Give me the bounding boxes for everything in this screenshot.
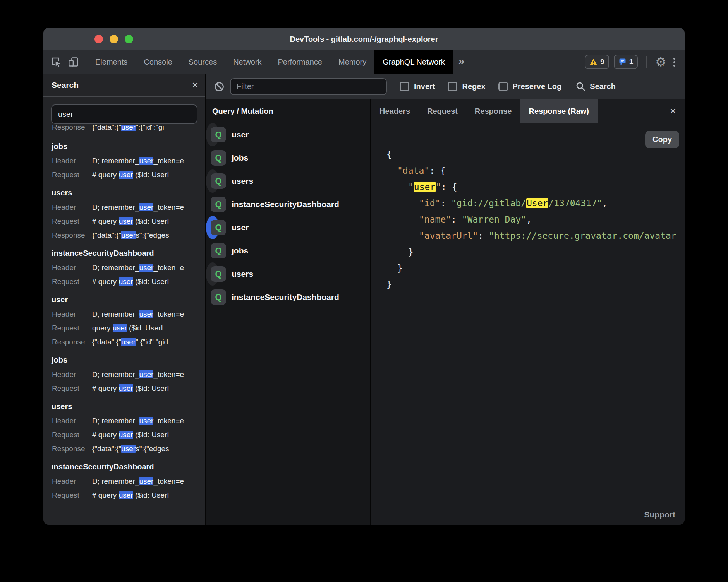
inspect-element-icon[interactable] bbox=[50, 56, 62, 68]
warnings-badge[interactable]: 9 bbox=[585, 55, 609, 69]
search-result-row-request[interactable]: Request# query user ($id: UserI bbox=[43, 214, 205, 228]
search-result-row-response[interactable]: Response{"data":{"user":{"id":"gi bbox=[43, 125, 205, 134]
json-viewer: {"data": {"user": {"id": "gid://gitlab/U… bbox=[371, 146, 685, 293]
tab-elements[interactable]: Elements bbox=[87, 50, 136, 74]
row-label: Response bbox=[52, 335, 92, 349]
search-panel-header: Search × bbox=[43, 74, 205, 97]
row-label: Header bbox=[52, 474, 92, 488]
search-result-row-request[interactable]: Request# query user ($id: UserI bbox=[43, 382, 205, 395]
filter-input[interactable] bbox=[230, 78, 387, 95]
json-token: { bbox=[452, 182, 457, 192]
search-result-section-instancesecuritydashboard[interactable]: instanceSecurityDashboardHeaderD; rememb… bbox=[43, 456, 205, 502]
kebab-menu-icon[interactable] bbox=[671, 58, 678, 67]
search-result-row-response[interactable]: Response{"data":{"user":{"id":"gid bbox=[43, 335, 205, 349]
close-window-button[interactable] bbox=[94, 35, 103, 43]
messages-badge[interactable]: 1 bbox=[614, 55, 638, 69]
search-result-row-header[interactable]: HeaderD; remember_user_token=e bbox=[43, 474, 205, 488]
query-item-jobs[interactable]: Qjobs bbox=[206, 146, 370, 169]
search-result-row-request[interactable]: Request# query user ($id: UserI bbox=[43, 168, 205, 182]
regex-checkbox[interactable] bbox=[448, 82, 457, 91]
query-item-user[interactable]: Quser bbox=[206, 123, 219, 146]
clear-log-icon[interactable] bbox=[214, 81, 225, 92]
query-item-instancesecuritydashboard[interactable]: QinstanceSecurityDashboard bbox=[206, 193, 370, 216]
response-tab-response[interactable]: Response bbox=[466, 99, 520, 123]
response-tabs: HeadersRequestResponseResponse (Raw) bbox=[371, 99, 598, 123]
zoom-window-button[interactable] bbox=[125, 35, 133, 43]
preserve-log-checkbox[interactable] bbox=[498, 82, 508, 91]
response-tab-request[interactable]: Request bbox=[419, 99, 466, 123]
json-token: "data" bbox=[397, 166, 429, 176]
minimize-window-button[interactable] bbox=[110, 35, 118, 43]
row-label: Request bbox=[52, 214, 92, 228]
tab-sources[interactable]: Sources bbox=[180, 50, 225, 74]
search-result-row-header[interactable]: HeaderD; remember_user_token=e bbox=[43, 261, 205, 275]
response-tab-response-raw[interactable]: Response (Raw) bbox=[520, 99, 598, 123]
json-token: } bbox=[408, 247, 414, 257]
query-item-label: user bbox=[232, 130, 249, 139]
search-result-section-users[interactable]: usersHeaderD; remember_user_token=eReque… bbox=[43, 395, 205, 456]
checkbox-group-regex[interactable]: Regex bbox=[448, 82, 485, 91]
json-token: } bbox=[397, 263, 403, 273]
clipped-search-result-row[interactable]: Response{"data":{"user":{"id":"gi bbox=[43, 125, 205, 135]
checkbox-label: Preserve Log bbox=[513, 82, 562, 91]
search-result-row-request[interactable]: Requestquery user ($id: UserI bbox=[43, 321, 205, 335]
search-result-section-jobs[interactable]: jobsHeaderD; remember_user_token=eReques… bbox=[43, 349, 205, 395]
search-result-row-response[interactable]: Response{"data":{"users":{"edges bbox=[43, 228, 205, 242]
json-line: } bbox=[371, 276, 685, 293]
search-match-highlight: user bbox=[113, 324, 127, 332]
checkbox-group-invert[interactable]: Invert bbox=[400, 82, 435, 91]
support-link[interactable]: Support bbox=[644, 510, 675, 519]
search-result-row-response[interactable]: Response{"data":{"users":{"edges bbox=[43, 442, 205, 456]
tab-memory[interactable]: Memory bbox=[330, 50, 374, 74]
search-result-row-header[interactable]: HeaderD; remember_user_token=e bbox=[43, 368, 205, 382]
response-tab-headers[interactable]: Headers bbox=[371, 99, 419, 123]
row-value: {"data":{"user":{"id":"gi bbox=[92, 125, 164, 134]
tab-performance[interactable]: Performance bbox=[270, 50, 331, 74]
close-response-panel-icon[interactable]: × bbox=[670, 106, 685, 116]
query-item-jobs[interactable]: Qjobs bbox=[206, 239, 370, 262]
tab-console[interactable]: Console bbox=[136, 50, 180, 74]
network-search-control[interactable]: Search bbox=[575, 81, 616, 92]
query-item-users[interactable]: Qusers bbox=[206, 169, 219, 193]
search-result-row-header[interactable]: HeaderD; remember_user_token=e bbox=[43, 154, 205, 168]
query-item-users[interactable]: Qusers bbox=[206, 262, 219, 286]
tab-graphql-network[interactable]: GraphQL Network bbox=[374, 50, 453, 74]
row-label: Request bbox=[52, 321, 92, 335]
query-item-user[interactable]: Quser bbox=[206, 216, 219, 239]
search-result-row-header[interactable]: HeaderD; remember_user_token=e bbox=[43, 307, 205, 321]
close-search-panel-icon[interactable]: × bbox=[192, 80, 198, 91]
checkbox-group-preserve-log[interactable]: Preserve Log bbox=[498, 82, 562, 91]
search-result-row-header[interactable]: HeaderD; remember_user_token=e bbox=[43, 200, 205, 214]
copy-button[interactable]: Copy bbox=[645, 131, 679, 148]
search-result-row-request[interactable]: Request# query user ($id: UserI bbox=[43, 428, 205, 442]
search-result-section-instancesecuritydashboard[interactable]: instanceSecurityDashboardHeaderD; rememb… bbox=[43, 242, 205, 289]
toolbar-right-controls: 9 1 ⚙ bbox=[585, 50, 685, 74]
search-result-section-user[interactable]: userHeaderD; remember_user_token=eReques… bbox=[43, 289, 205, 349]
search-match-highlight: user bbox=[119, 431, 133, 439]
settings-gear-icon[interactable]: ⚙ bbox=[655, 50, 666, 74]
row-label: Header bbox=[52, 307, 92, 321]
row-label: Response bbox=[52, 125, 92, 134]
search-result-row-request[interactable]: Request# query user ($id: UserI bbox=[43, 275, 205, 289]
row-label: Request bbox=[52, 428, 92, 442]
tab-network[interactable]: Network bbox=[225, 50, 270, 74]
section-title: user bbox=[43, 292, 205, 307]
search-input[interactable] bbox=[51, 104, 197, 124]
json-token: : bbox=[429, 166, 440, 176]
query-item-instancesecuritydashboard[interactable]: QinstanceSecurityDashboard bbox=[206, 286, 370, 309]
search-match-highlight: user bbox=[119, 384, 133, 392]
more-tabs-chevron[interactable]: » bbox=[453, 50, 470, 74]
json-token: "https://secure.gravatar.com/avatar bbox=[489, 231, 676, 241]
search-label: Search bbox=[590, 82, 616, 91]
json-token: , bbox=[602, 198, 608, 208]
device-toolbar-icon[interactable] bbox=[68, 56, 79, 67]
search-match-highlight: user bbox=[121, 445, 136, 453]
search-panel-body: Response{"data":{"user":{"id":"gi jobsHe… bbox=[43, 97, 205, 525]
search-result-section-jobs[interactable]: jobsHeaderD; remember_user_token=eReques… bbox=[43, 135, 205, 182]
invert-checkbox[interactable] bbox=[400, 82, 409, 91]
search-result-section-users[interactable]: usersHeaderD; remember_user_token=eReque… bbox=[43, 182, 205, 242]
search-result-row-request[interactable]: Request# query user ($id: UserI bbox=[43, 488, 205, 502]
search-result-row-header[interactable]: HeaderD; remember_user_token=e bbox=[43, 414, 205, 428]
query-type-badge: Q bbox=[211, 197, 226, 212]
response-tab-strip: HeadersRequestResponseResponse (Raw) × bbox=[371, 99, 685, 123]
